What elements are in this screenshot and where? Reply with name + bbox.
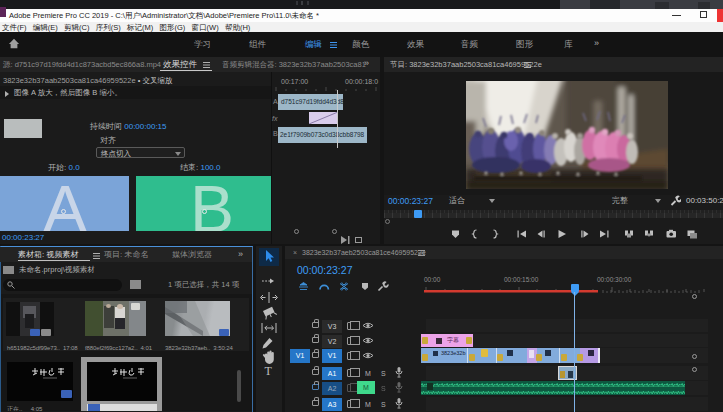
svg-text:00:00:15:00: 00:00:15:00	[504, 276, 539, 283]
svg-text:T: T	[265, 364, 273, 378]
svg-text:00:00: 00:00	[424, 276, 441, 283]
svg-text:00:00:30:00: 00:00:30:00	[597, 276, 632, 283]
